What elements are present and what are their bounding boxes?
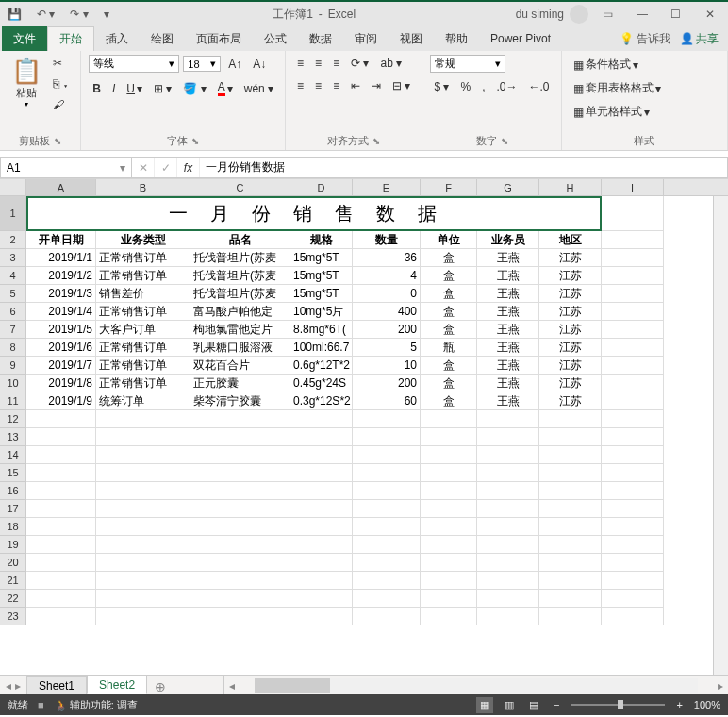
row-header-13[interactable]: 13 — [0, 428, 26, 446]
cell[interactable] — [353, 428, 421, 446]
cell[interactable]: 富马酸卢帕他定 — [190, 303, 290, 321]
cell[interactable]: 5 — [353, 339, 421, 357]
cell[interactable]: 10mg*5片 — [290, 303, 353, 321]
cell[interactable]: 2019/1/4 — [26, 303, 96, 321]
align-bottom-button[interactable]: ≡ — [329, 55, 343, 72]
cell[interactable]: 盒 — [421, 357, 477, 375]
cell[interactable] — [602, 518, 664, 536]
page-break-button[interactable]: ▤ — [525, 697, 542, 713]
cell[interactable] — [477, 410, 539, 428]
cell[interactable]: 单位 — [421, 231, 477, 249]
cell[interactable]: 王燕 — [477, 357, 539, 375]
cell[interactable]: 盒 — [421, 249, 477, 267]
accessibility-button[interactable]: 🧑‍🦽 辅助功能: 调查 — [54, 698, 138, 712]
cell[interactable]: 36 — [353, 249, 421, 267]
cell[interactable]: 2019/1/1 — [26, 249, 96, 267]
cell[interactable] — [539, 428, 602, 446]
cell[interactable] — [477, 590, 539, 608]
select-all-corner[interactable] — [0, 179, 26, 195]
cell[interactable] — [190, 428, 290, 446]
cell[interactable] — [421, 518, 477, 536]
cell[interactable] — [421, 482, 477, 500]
cell[interactable]: 2019/1/3 — [26, 285, 96, 303]
row-header-7[interactable]: 7 — [0, 321, 26, 339]
tab-nav-prev[interactable]: ◂ — [6, 679, 11, 692]
cell[interactable] — [602, 285, 664, 303]
undo-button[interactable]: ↶ ▾ — [33, 6, 58, 23]
cell[interactable] — [539, 410, 602, 428]
cell[interactable] — [602, 357, 664, 375]
cell[interactable] — [96, 500, 190, 518]
cell[interactable]: 托伐普坦片(苏麦 — [190, 285, 290, 303]
increase-indent-button[interactable]: ⇥ — [368, 77, 385, 94]
add-sheet-button[interactable]: ⊕ — [147, 679, 174, 694]
cell[interactable]: 100ml:66.7 — [290, 339, 353, 357]
cell[interactable] — [353, 554, 421, 572]
user-name[interactable]: du siming — [516, 8, 564, 21]
wrap-text-button[interactable]: ab ▾ — [376, 55, 405, 72]
cell[interactable] — [290, 410, 353, 428]
fx-button[interactable]: fx — [177, 158, 200, 177]
number-launcher[interactable]: ⬊ — [501, 136, 508, 146]
zoom-slider[interactable] — [571, 704, 665, 706]
cell[interactable]: 正常销售订单 — [96, 375, 190, 392]
cell[interactable]: 销售差价 — [96, 285, 190, 303]
cell[interactable] — [96, 446, 190, 464]
cell[interactable] — [26, 410, 96, 428]
column-header-B[interactable]: B — [96, 179, 190, 195]
scroll-right-button[interactable]: ▸ — [713, 678, 728, 693]
row-header-17[interactable]: 17 — [0, 500, 26, 518]
save-button[interactable]: 💾 — [4, 6, 25, 23]
cell[interactable] — [477, 554, 539, 572]
cell[interactable] — [477, 482, 539, 500]
cell[interactable] — [96, 482, 190, 500]
sheet-tab-2[interactable]: Sheet2 — [87, 675, 147, 694]
row-header-19[interactable]: 19 — [0, 536, 26, 554]
cell[interactable] — [602, 428, 664, 446]
horizontal-scrollbar[interactable]: ◂ ▸ — [223, 676, 728, 694]
cell[interactable] — [26, 572, 96, 590]
cell[interactable]: 江苏 — [539, 303, 602, 321]
comma-button[interactable]: , — [478, 78, 488, 95]
zoom-level[interactable]: 100% — [694, 699, 720, 710]
tab-view[interactable]: 视图 — [389, 26, 434, 51]
cell[interactable]: 王燕 — [477, 375, 539, 392]
cell[interactable]: 双花百合片 — [190, 357, 290, 375]
number-format-combo[interactable]: 常规▾ — [430, 55, 505, 73]
cell[interactable] — [353, 446, 421, 464]
cell[interactable] — [539, 590, 602, 608]
redo-button[interactable]: ↷ ▾ — [66, 6, 91, 23]
cell[interactable] — [353, 572, 421, 590]
cell[interactable] — [539, 554, 602, 572]
column-header-I[interactable]: I — [602, 179, 664, 195]
user-avatar[interactable] — [570, 5, 588, 24]
border-button[interactable]: ⊞ ▾ — [150, 80, 175, 97]
clipboard-launcher[interactable]: ⬊ — [54, 136, 61, 146]
cell[interactable] — [602, 536, 664, 554]
column-header-D[interactable]: D — [290, 179, 353, 195]
cell[interactable] — [26, 500, 96, 518]
cell[interactable]: 盒 — [421, 285, 477, 303]
decrease-decimal-button[interactable]: ←.0 — [525, 78, 554, 95]
cell[interactable] — [602, 446, 664, 464]
cell[interactable] — [421, 572, 477, 590]
cell[interactable] — [421, 554, 477, 572]
cell[interactable]: 江苏 — [539, 249, 602, 267]
cell[interactable] — [602, 267, 664, 285]
cell[interactable] — [353, 536, 421, 554]
cell[interactable] — [539, 518, 602, 536]
cell[interactable] — [602, 303, 664, 321]
cell[interactable] — [602, 375, 664, 392]
bold-button[interactable]: B — [89, 80, 105, 97]
tab-draw[interactable]: 绘图 — [140, 26, 185, 51]
cell[interactable]: 业务员 — [477, 231, 539, 249]
cell[interactable] — [477, 464, 539, 482]
cell[interactable] — [190, 554, 290, 572]
orientation-button[interactable]: ⟳ ▾ — [347, 55, 372, 72]
cell[interactable] — [96, 536, 190, 554]
column-header-A[interactable]: A — [26, 179, 96, 195]
cell[interactable]: 盒 — [421, 375, 477, 392]
cell[interactable] — [539, 482, 602, 500]
conditional-format-button[interactable]: ▦ 条件格式 ▾ — [570, 55, 642, 75]
format-painter-button[interactable]: 🖌 — [49, 96, 73, 113]
